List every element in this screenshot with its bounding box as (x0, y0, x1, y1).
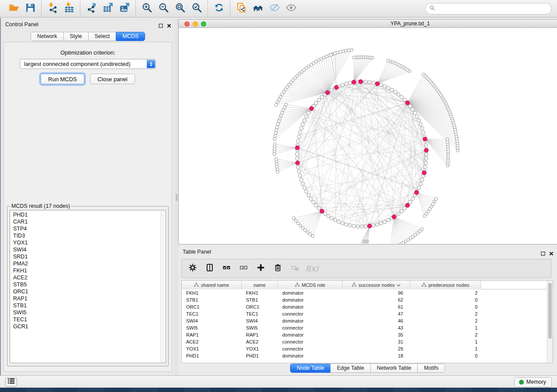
column-header-shared-name[interactable]: shared name (182, 281, 242, 289)
zoom-in-button[interactable] (138, 2, 155, 16)
tab-network[interactable]: Network (31, 32, 64, 41)
cell-predecessor-nodes: 0 (410, 352, 481, 359)
mcds-result-item[interactable]: YOX1 (10, 239, 160, 246)
column-type-icon (352, 282, 356, 288)
column-header-name[interactable]: name (242, 281, 278, 289)
table-toolbar: f(x) (181, 259, 551, 278)
splitter-handle[interactable] (176, 194, 178, 201)
mcds-result-item[interactable]: SWI5 (10, 309, 160, 316)
mcds-result-item[interactable]: SWI4 (10, 246, 160, 253)
select-all-button[interactable] (222, 263, 232, 274)
table-row[interactable]: PHD1PHD1dominator180 (182, 352, 547, 359)
import-network-button[interactable] (44, 2, 61, 16)
tab-mcds[interactable]: MCDS (116, 32, 145, 41)
table-tab-network-table[interactable]: Network Table (370, 364, 418, 373)
memory-button[interactable]: Memory (514, 377, 552, 387)
task-history-button[interactable] (5, 378, 17, 387)
first-neighbors-button[interactable] (249, 2, 266, 16)
close-panel-icon[interactable] (549, 250, 554, 258)
export-table-button[interactable] (100, 2, 116, 16)
show-columns-button[interactable] (205, 263, 214, 274)
cell-shared-name: SWI5 (182, 324, 242, 331)
mcds-result-list[interactable]: PHD1CAR1STP4TID3YOX1SWI4SRD1PMA2FKH1ACE2… (10, 210, 166, 363)
table-scrollbar[interactable] (547, 281, 553, 363)
show-all-button[interactable] (283, 2, 299, 16)
table-row[interactable]: ACE2ACE2connector311 (182, 338, 547, 345)
open-button[interactable] (5, 2, 22, 16)
window-zoom-button[interactable] (201, 21, 206, 27)
column-header-MCDS-role[interactable]: MCDS role (278, 281, 343, 289)
list-scrollbar[interactable] (160, 211, 165, 362)
zoom-fit-button[interactable] (172, 2, 188, 16)
table-row[interactable]: ORC1ORC1dominator610 (182, 303, 547, 310)
mcds-result-item[interactable]: ACE2 (10, 274, 160, 281)
table-tab-node-table[interactable]: Node Table (290, 364, 331, 373)
column-header-predecessor-nodes[interactable]: predecessor nodes (410, 281, 481, 289)
unchecked-boxes-icon (240, 264, 248, 273)
table-row[interactable]: STB1STB1dominator620 (182, 296, 547, 303)
cell-successor-nodes: 29 (343, 345, 410, 352)
hide-selected-button[interactable] (266, 2, 283, 16)
cell-MCDS-role: connector (278, 345, 343, 352)
mcds-result-item[interactable]: ORC1 (10, 288, 160, 295)
cell-name: SWI4 (242, 317, 278, 324)
run-mcds-button[interactable]: Run MCDS (41, 74, 84, 84)
column-header-successor-nodes[interactable]: successor nodes (343, 281, 410, 289)
save-button[interactable] (22, 2, 38, 16)
table-row[interactable]: RAP1RAP1dominator352 (182, 331, 547, 338)
search-input[interactable] (437, 6, 547, 12)
cell-MCDS-role: connector (278, 338, 343, 345)
delete-table-icon (291, 264, 299, 273)
refresh-button[interactable] (211, 2, 227, 16)
cell-shared-name: ACE2 (182, 338, 242, 345)
add-row-button[interactable] (256, 263, 266, 274)
close-panel-icon[interactable] (167, 22, 171, 30)
table-row[interactable]: TEC1TEC1connector472 (182, 310, 547, 317)
mcds-result-item[interactable]: GCR1 (10, 323, 160, 330)
mcds-result-item[interactable]: PMA2 (10, 260, 160, 267)
mcds-result-item[interactable]: STB5 (10, 281, 160, 288)
delete-row-button[interactable] (273, 263, 283, 274)
desktop: Control Panel NetworkStyleSelectMCDS Opt… (0, 0, 557, 392)
table-row[interactable]: FKH1FKH1dominator962 (182, 289, 547, 296)
zoom-in-icon (142, 2, 152, 15)
close-panel-button[interactable]: Close panel (90, 74, 135, 84)
mcds-result-item[interactable]: TID3 (10, 232, 160, 239)
table-row[interactable]: SWI5SWI5connector431 (182, 324, 547, 331)
horizontal-splitter-handle[interactable] (363, 240, 369, 243)
mcds-result-item[interactable]: CAR1 (10, 218, 160, 225)
scrollbar-thumb[interactable] (548, 283, 552, 339)
mcds-result-item[interactable]: RAP1 (10, 295, 160, 302)
table-row[interactable]: SWI4SWI4dominator462 (182, 317, 547, 324)
vertical-splitter[interactable] (175, 19, 178, 375)
network-graph[interactable] (179, 28, 557, 244)
table-tab-edge-table[interactable]: Edge Table (330, 364, 370, 373)
mcds-result-item[interactable]: FKH1 (10, 267, 160, 274)
tab-style[interactable]: Style (63, 32, 89, 41)
table-row[interactable]: YOX1YOX1connector291 (182, 345, 547, 352)
mcds-result-item[interactable]: STP4 (10, 225, 160, 232)
export-image-button[interactable] (116, 2, 133, 16)
float-panel-icon[interactable] (159, 22, 163, 30)
export-network-button[interactable] (83, 2, 100, 16)
cell-name: ACE2 (242, 338, 278, 345)
tab-select[interactable]: Select (88, 32, 117, 41)
zoom-selected-button[interactable] (188, 2, 205, 16)
zoom-out-button[interactable] (155, 2, 172, 16)
window-close-button[interactable] (184, 21, 190, 27)
mcds-result-item[interactable]: PHD1 (10, 211, 160, 218)
duplicate-network-button[interactable] (233, 2, 249, 16)
mcds-result-item[interactable]: STB1 (10, 302, 160, 309)
table-settings-button[interactable] (188, 263, 197, 274)
deselect-all-button[interactable] (239, 263, 249, 274)
criterion-select[interactable]: largest connected component (undirected) (20, 59, 156, 69)
import-table-button[interactable] (61, 2, 77, 16)
float-panel-icon[interactable] (541, 250, 545, 258)
cell-predecessor-nodes: 0 (410, 303, 481, 310)
table-tab-motifs[interactable]: Motifs (417, 364, 445, 373)
mcds-result-item[interactable]: SRD1 (10, 253, 160, 260)
window-minimize-button[interactable] (193, 21, 198, 27)
mcds-result-item[interactable]: TEC1 (10, 316, 160, 323)
import-network-icon (47, 2, 58, 15)
network-canvas[interactable] (179, 28, 557, 244)
